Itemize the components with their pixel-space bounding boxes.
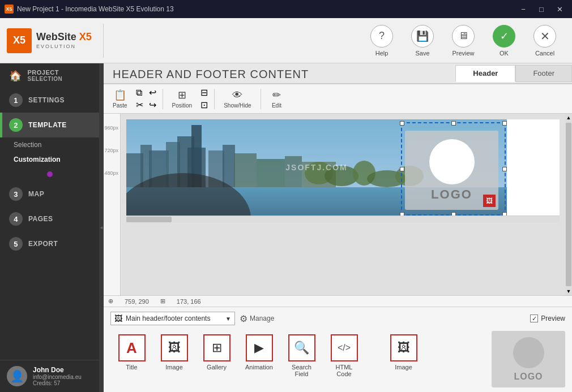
titlebar-left: X5 New Project 1 - Incomedia WebSite X5 … [5, 5, 174, 14]
item-html[interactable]: </> HTMLCode [323, 331, 365, 381]
h-scrollbar-thumb[interactable] [126, 217, 172, 222]
resize-handle[interactable] [99, 63, 104, 392]
cancel-icon: ✕ [533, 25, 556, 48]
item-title[interactable]: A Title [110, 331, 153, 381]
coords-xy: 759, 290 [125, 298, 149, 305]
minimize-button[interactable]: − [515, 3, 531, 15]
image-preview-icon: 🖼 [390, 334, 417, 361]
item-animation[interactable]: ▶ Animation [238, 331, 280, 381]
search-label: SearchField [292, 364, 311, 377]
preview-image-item: 🖼 Image [382, 331, 425, 374]
brand-name: WebSite X5 [36, 31, 92, 44]
undo-redo-group: ↩ ↪ [147, 87, 158, 111]
help-icon: ? [370, 25, 393, 48]
content-area: HEADER AND FOOTER CONTENT Header Footer … [104, 63, 572, 392]
avatar: 👤 [7, 366, 27, 386]
maximize-button[interactable]: □ [533, 3, 549, 15]
h-scrollbar[interactable] [126, 216, 560, 222]
html-icon: </> [331, 334, 358, 361]
canvas-container: 960px 720px 480px [104, 114, 572, 295]
preview-button[interactable]: 🖥 Preview [443, 25, 484, 57]
scroll-down-button[interactable]: ▼ [565, 287, 572, 295]
save-icon: 💾 [411, 25, 434, 48]
redo-button[interactable]: ↪ [147, 99, 158, 111]
sidebar-item-pages[interactable]: 4 PAGES [0, 206, 99, 231]
cancel-button[interactable]: ✕ Cancel [524, 25, 565, 57]
logo-area: X5 WebSite X5 EVOLUTION [7, 24, 104, 58]
paste-button[interactable]: 📋 Paste [108, 87, 132, 110]
canvas-logo[interactable]: LOGO 🖼 [405, 131, 498, 210]
sidebar-item-template[interactable]: 2 TEMPLATE [0, 113, 99, 137]
v-scrollbar[interactable]: ▲ ▼ [565, 114, 572, 295]
item-gallery[interactable]: ⊞ Gallery [195, 331, 238, 381]
paste-icon: 📋 [114, 89, 126, 101]
image-preview-label: Image [395, 364, 412, 371]
purple-dot [47, 171, 53, 177]
cut-button[interactable]: ✂ [134, 99, 145, 111]
item-image[interactable]: 🖼 Image [153, 331, 195, 381]
user-email: info@incomedia.eu [33, 374, 82, 380]
step3-number: 3 [9, 187, 23, 201]
content-dropdown[interactable]: 🖼 Main header/footer contents ▼ [110, 312, 235, 325]
item-search[interactable]: 🔍 SearchField [280, 331, 323, 381]
sidebar-map-label: MAP [28, 190, 44, 198]
home-icon: 🏠 [9, 70, 22, 82]
logo-badge: X5 [7, 28, 32, 53]
hf-tabs: Header Footer [455, 65, 572, 82]
sidebar-sub-customization[interactable]: Customization [0, 152, 99, 167]
ok-button[interactable]: ✓ OK [484, 25, 524, 57]
sidebar-item-settings[interactable]: 1 SETTINGS [0, 88, 99, 113]
align-button2[interactable]: ⊡ [199, 99, 210, 111]
app-icon: X5 [5, 5, 14, 14]
titlebar: X5 New Project 1 - Incomedia WebSite X5 … [0, 0, 572, 18]
title-label: Title [126, 364, 137, 371]
help-button[interactable]: ? Help [361, 25, 402, 57]
animation-label: Animation [245, 364, 273, 371]
step1-number: 1 [9, 93, 23, 107]
header-canvas[interactable]: JSOFTJ.COM LOGO 🖼 [126, 119, 507, 216]
separator1 [163, 89, 163, 109]
content-items-row: A Title 🖼 Image ⊞ Gallery ▶ [110, 331, 565, 387]
preview-logo-circle [513, 337, 544, 368]
titlebar-controls: − □ ✕ [515, 3, 567, 15]
save-button[interactable]: 💾 Save [402, 25, 443, 57]
edit-button[interactable]: ✏ Edit [266, 87, 288, 110]
sidebar-pages-label: PAGES [28, 215, 53, 223]
html-label: HTMLCode [336, 364, 353, 377]
show-hide-button[interactable]: 👁 Show/Hide [219, 88, 255, 110]
sidebar-item-map[interactable]: 3 MAP [0, 182, 99, 206]
sidebar-sub-selection[interactable]: Selection [0, 137, 99, 152]
sidebar-item-project[interactable]: 🏠 PROJECT SELECTION [0, 63, 99, 88]
v-scrollbar-thumb[interactable] [566, 123, 571, 286]
bottom-toolbar: 🖼 Main header/footer contents ▼ ⚙ Manage… [110, 312, 565, 325]
preview-checkbox[interactable]: ✓ [530, 315, 538, 322]
preview-icon: 🖥 [452, 25, 475, 48]
separator2 [214, 89, 215, 109]
sidebar-export-label: EXPORT [28, 240, 58, 248]
step4-number: 4 [9, 212, 23, 226]
manage-button[interactable]: ⚙ Manage [240, 313, 274, 324]
position-button[interactable]: ⊞ Position [168, 87, 197, 110]
logo-img-icon: 🖼 [483, 195, 496, 207]
scroll-up-button[interactable]: ▲ [565, 114, 572, 122]
position-icon-label: ⊕ [108, 298, 113, 305]
titlebar-title: New Project 1 - Incomedia WebSite X5 Evo… [17, 5, 174, 13]
tab-header[interactable]: Header [455, 65, 515, 82]
sidebar-settings-label: SETTINGS [28, 96, 65, 104]
item-image-preview[interactable]: 🖼 Image [382, 331, 425, 374]
copy-button[interactable]: ⧉ [134, 87, 145, 98]
canvas-area: JSOFTJ.COM LOGO 🖼 [126, 119, 560, 222]
sidebar-item-export[interactable]: 5 EXPORT [0, 231, 99, 256]
preview-logo-box: LOGO [492, 331, 565, 387]
page-title: HEADER AND FOOTER CONTENT [104, 63, 455, 83]
canvas-inner[interactable]: JSOFTJ.COM LOGO 🖼 [121, 114, 565, 295]
edit-icon: ✏ [272, 89, 281, 101]
tab-footer[interactable]: Footer [515, 65, 572, 82]
step2-number: 2 [9, 118, 23, 132]
close-button[interactable]: ✕ [552, 3, 567, 15]
undo-button[interactable]: ↩ [147, 87, 158, 98]
sidebar-template-label: TEMPLATE [28, 121, 67, 129]
user-area: 👤 John Doe info@incomedia.eu Credits: 57 [0, 360, 99, 392]
ruler-mark-480: 480px [104, 170, 120, 193]
align-button1[interactable]: ⊟ [199, 87, 210, 98]
